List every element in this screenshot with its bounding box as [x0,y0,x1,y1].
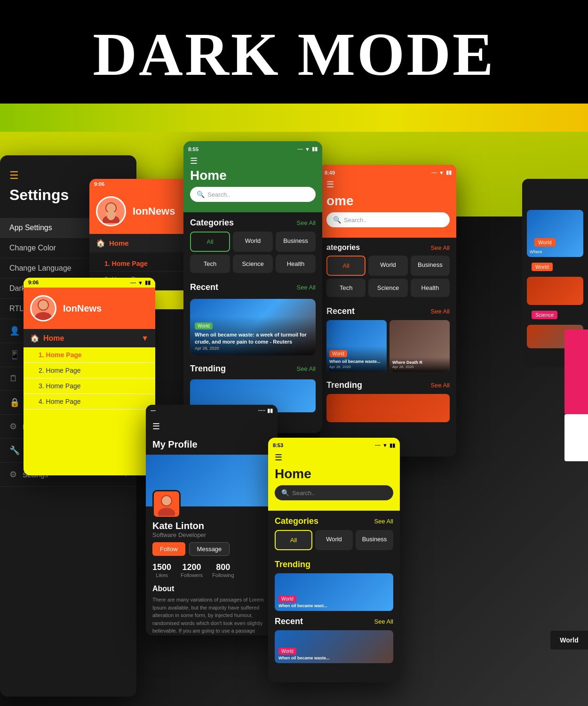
user-name: Kate Linton [152,521,271,531]
search-icon: 🔍 [333,216,341,224]
page-title: DARK MODE [0,19,588,89]
profile-name: IonNews [133,205,175,217]
home-icon: 🏠 [30,334,40,343]
sub-item-1[interactable]: 1. Home Page [24,347,155,363]
profile-cover [146,455,278,506]
see-all-yb[interactable]: See All [374,518,393,525]
yb-title: Home [268,465,400,481]
search-bar-yb[interactable]: 🔍 Search.. [275,485,393,500]
profile-name-yellow: IonNews [63,303,102,314]
cat-business[interactable]: Business [276,232,316,252]
news-card-o2[interactable]: Where Death R Apr 26, 2020 [389,320,450,372]
green-nav-bar: ☰ [183,154,322,168]
news-date: Apr 26, 2020 [195,346,311,351]
news-overlay: World When oil became waste: a week of t… [190,316,316,355]
categories-header-orange: ategories See All [320,238,456,256]
cat-world[interactable]: World [233,232,273,252]
phone-profile: — ····· ▮▮ ☰ My Profile Kate Linton Soft… [146,405,278,635]
gradient-bar [0,104,588,132]
green-title: Home [183,168,322,183]
phone-yellow-bottom: 8:53 ···· ▼ ▮▮ ☰ Home 🔍 Search.. Categor… [268,438,400,682]
cat-all[interactable]: All [190,232,230,252]
phone-icon: 📱 [9,350,20,360]
svg-point-7 [158,508,175,516]
cat-tech[interactable]: Tech [190,255,230,273]
phone-yellow-sm: 9:06 ···· ▼ ▮▮ IonNews 🏠 Home ▼ [24,278,155,475]
world-tag-right2: World [532,263,553,271]
pink-accent-block [564,329,588,414]
cat-business-o[interactable]: Business [411,256,450,276]
profile-actions: Follow Message [152,542,271,556]
cat-health-o[interactable]: Health [411,279,450,297]
search-bar-green[interactable]: 🔍 Search.. [190,187,316,202]
recent-header-yb: Recent See All [268,611,400,630]
person-icon: 👤 [9,326,20,336]
categories-grid: All World Business Tech Science Health [183,232,322,277]
trending-card-orange[interactable] [326,394,450,422]
cat-health[interactable]: Health [276,255,316,273]
categories-grid-yb: All World Business [268,530,400,554]
cat-science-o[interactable]: Science [368,279,407,297]
trending-header: Trending See All [183,358,322,377]
avatar-sm [30,295,56,321]
home-icon: 🏠 [96,239,105,248]
svg-point-8 [162,496,171,505]
status-bar-yellow: 9:06 ···· ▼ ▮▮ [24,278,155,288]
news-card-1[interactable]: World When oil became waste: a week of t… [190,299,316,355]
hamburger-yb[interactable]: ☰ [275,452,282,463]
user-job: Software Developer [152,531,271,538]
news-card-o1[interactable]: World When oil became waste... Apr 26, 2… [326,320,387,372]
time: 9:06 [94,181,104,187]
news-tag: World [195,322,213,329]
profile-page-title: My Profile [152,439,198,450]
categories-grid-orange: All World Business Tech Science Health [320,256,456,301]
see-all-trending[interactable]: See All [297,365,316,372]
recent-header: Recent See All [183,277,322,296]
recent-header-orange: Recent See All [320,301,456,320]
profile-header-bar: ☰ [146,417,278,436]
categories-header-yb: Categories See All [268,511,400,530]
lock-icon: 🔒 [9,397,20,408]
cat-world-yb[interactable]: World [315,530,353,550]
message-button[interactable]: Message [189,542,230,556]
see-all-categories[interactable]: See All [297,219,316,226]
cover-avatar [152,490,181,518]
doc-icon: 🗒 [9,374,18,384]
status-bar-yb: 8:53 ···· ▼ ▮▮ [268,441,400,450]
headline-o2: Where Death R [392,360,447,365]
trending-header-yb: Trending [268,554,400,573]
cat-world-o[interactable]: World [368,256,407,276]
see-all-recent[interactable]: See All [297,284,316,291]
recent-card-yb[interactable]: World When oil became waste... [275,630,393,663]
sub-item-3[interactable]: 3. Home Page [24,378,155,394]
hamburger-icon[interactable]: ☰ [190,156,198,166]
status-bar-orange: 8:49 ···· ▼ ▮▮ [320,168,456,177]
headline-o1: When oil became waste... [329,359,384,365]
yellow-sub-nav: 1. Home Page 2. Home Page 3. Home Page 4… [24,347,155,409]
avatar [96,196,126,226]
home-nav-yellow[interactable]: 🏠 Home ▼ [24,329,155,347]
cat-all-o[interactable]: All [326,256,366,276]
main-scene: ☰ Settings App Settings Change Color Cha… [0,132,588,706]
see-all-trending-orange[interactable]: See All [431,382,450,389]
white-accent-block [564,414,588,461]
follow-button[interactable]: Follow [152,542,185,556]
cat-all-yb[interactable]: All [275,530,312,550]
cat-science[interactable]: Science [233,255,273,273]
wrench-icon: 🔧 [9,445,20,456]
search-bar-orange[interactable]: 🔍 Search.. [326,212,450,227]
cat-business-yb[interactable]: Business [356,530,393,550]
trending-card-yb[interactable]: World When oil became wast... [275,573,393,611]
world-tag-yb2: World [278,648,296,655]
sub-item-2[interactable]: 2. Home Page [24,363,155,378]
stat-likes: 1500 Likes [152,562,171,578]
see-all-orange[interactable]: See All [431,244,450,251]
recent-cards-orange: World When oil became waste... Apr 26, 2… [326,320,450,372]
news-headline: When oil became waste: a week of turmoil… [195,331,311,345]
hamburger-profile[interactable]: ☰ [152,421,160,432]
hamburger-icon[interactable]: ☰ [326,179,334,190]
sub-item-4[interactable]: 4. Home Page [24,394,155,409]
see-all-recent-orange[interactable]: See All [431,308,450,315]
cat-tech-o[interactable]: Tech [326,279,366,297]
status-bar-green: 8:55 ···· ▼ ▮▮ [183,144,322,154]
